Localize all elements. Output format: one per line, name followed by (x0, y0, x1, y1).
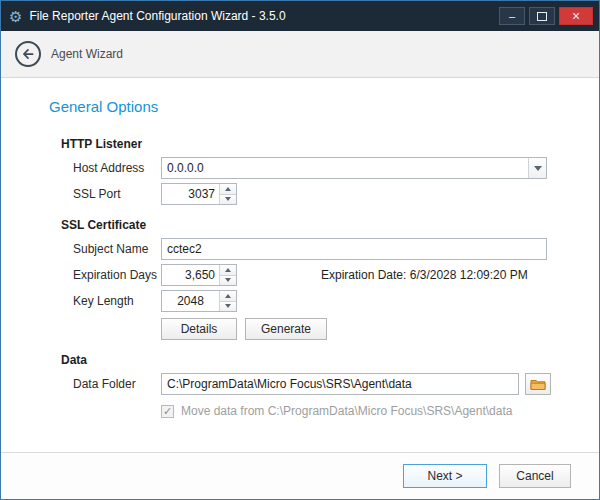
spin-up-icon (225, 268, 231, 272)
host-address-dropdown-button[interactable] (528, 158, 546, 178)
app-gear-icon: ⚙ (9, 9, 22, 24)
window-controls: – × (499, 7, 599, 25)
expiration-days-row: Expiration Days Expiration Date: 6/3/202… (73, 264, 554, 286)
expiration-days-label: Expiration Days (73, 268, 161, 282)
details-button[interactable]: Details (161, 318, 237, 340)
next-button[interactable]: Next > (403, 464, 487, 488)
generate-button[interactable]: Generate (245, 318, 327, 340)
chevron-down-icon (534, 166, 542, 171)
expiration-date-text: Expiration Date: 6/3/2028 12:09:20 PM (321, 268, 528, 282)
subject-name-label: Subject Name (73, 242, 161, 256)
certificate-buttons-row: Details Generate (161, 318, 554, 340)
key-length-spinner (161, 290, 237, 312)
ssl-certificate-group-label: SSL Certificate (61, 218, 554, 232)
ssl-port-down-button[interactable] (220, 194, 236, 205)
browse-folder-button[interactable] (525, 373, 551, 395)
expiration-days-input[interactable] (162, 265, 219, 285)
ssl-port-spin-buttons (219, 184, 236, 204)
wizard-content: General Options HTTP Listener Host Addre… (1, 78, 599, 418)
move-data-checkbox: ✓ (161, 405, 174, 418)
wizard-footer: Next > Cancel (1, 452, 599, 499)
move-data-row: ✓ Move data from C:\ProgramData\Micro Fo… (161, 404, 554, 418)
minimize-button[interactable]: – (499, 7, 525, 25)
close-icon: × (572, 9, 580, 23)
checkmark-icon: ✓ (163, 406, 172, 417)
key-length-row: Key Length (73, 290, 554, 312)
spin-up-icon (225, 294, 231, 298)
spin-down-icon (225, 304, 231, 308)
key-length-up-button[interactable] (220, 291, 236, 301)
data-folder-row: Data Folder (73, 373, 554, 395)
expiration-days-down-button[interactable] (220, 275, 236, 286)
spin-down-icon (225, 278, 231, 282)
spin-down-icon (225, 197, 231, 201)
data-folder-input[interactable] (161, 373, 519, 395)
back-arrow-icon (21, 47, 35, 61)
close-button[interactable]: × (559, 7, 593, 25)
ssl-port-label: SSL Port (73, 187, 161, 201)
subject-name-row: Subject Name (73, 238, 554, 260)
key-length-label: Key Length (73, 294, 161, 308)
ssl-port-spinner (161, 183, 237, 205)
back-button[interactable] (15, 41, 41, 67)
key-length-input[interactable] (162, 291, 219, 311)
data-group-label: Data (61, 353, 554, 367)
ssl-port-input[interactable] (162, 184, 219, 204)
ssl-port-up-button[interactable] (220, 184, 236, 194)
cancel-button[interactable]: Cancel (499, 464, 571, 488)
minimize-icon: – (509, 11, 515, 22)
key-length-down-button[interactable] (220, 301, 236, 312)
maximize-icon (537, 12, 547, 21)
ssl-port-row: SSL Port (73, 183, 554, 205)
http-listener-group-label: HTTP Listener (61, 137, 554, 151)
host-address-combobox (161, 157, 547, 179)
expiration-days-spinner (161, 264, 237, 286)
expiration-days-spin-buttons (219, 265, 236, 285)
host-address-row: Host Address (73, 157, 554, 179)
maximize-button[interactable] (529, 7, 555, 25)
wizard-window: ⚙ File Reporter Agent Configuration Wiza… (0, 0, 600, 500)
wizard-header-title: Agent Wizard (51, 47, 123, 61)
page-title: General Options (49, 98, 554, 115)
subject-name-input[interactable] (161, 238, 547, 260)
title-bar: ⚙ File Reporter Agent Configuration Wiza… (1, 1, 599, 31)
key-length-spin-buttons (219, 291, 236, 311)
host-address-input[interactable] (162, 158, 528, 178)
data-folder-label: Data Folder (73, 377, 161, 391)
window-title: File Reporter Agent Configuration Wizard… (29, 9, 499, 23)
wizard-header: Agent Wizard (1, 31, 599, 78)
folder-icon (530, 378, 546, 391)
spin-up-icon (225, 187, 231, 191)
move-data-checkbox-label: Move data from C:\ProgramData\Micro Focu… (181, 404, 512, 418)
expiration-days-up-button[interactable] (220, 265, 236, 275)
host-address-label: Host Address (73, 161, 161, 175)
